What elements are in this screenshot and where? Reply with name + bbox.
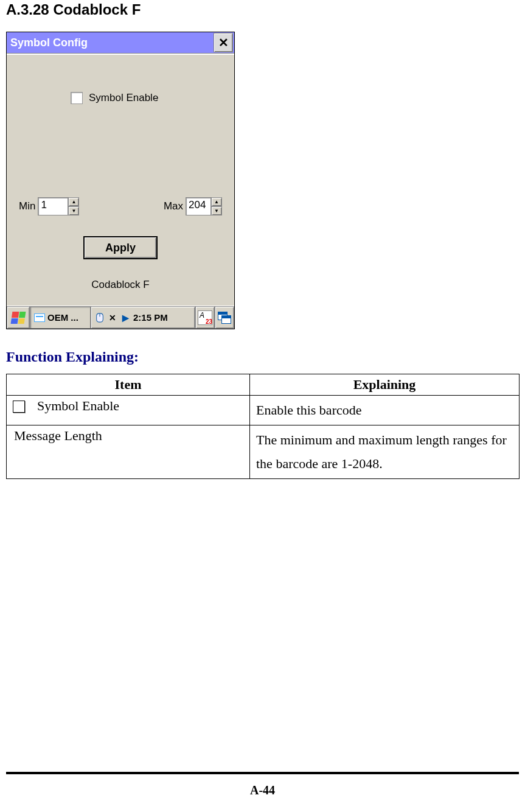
page-number: A-44 <box>0 783 525 797</box>
connection-icon[interactable]: ✕ <box>108 313 117 323</box>
system-tray: ✕ ▶ 2:15 PM <box>91 306 195 329</box>
chevron-down-icon: ▼ <box>214 209 219 214</box>
max-spinner-buttons: ▲ ▼ <box>211 197 222 215</box>
item-text: Message Length <box>13 428 102 443</box>
screenshot-panel: Symbol Config ✕ Symbol Enable Min 1 ▲ ▼ <box>6 32 235 329</box>
input-panel-button[interactable]: A 23 <box>195 306 215 329</box>
max-down-button[interactable]: ▼ <box>211 206 222 215</box>
function-explaining-heading: Function Explaining: <box>6 349 519 365</box>
taskbar-item-label: OEM ... <box>47 312 78 323</box>
cascade-windows-icon <box>218 312 231 324</box>
symbol-enable-checkbox[interactable] <box>71 92 83 104</box>
symbol-enable-row: Symbol Enable <box>71 91 161 105</box>
explain-table: Item Explaining Symbol Enable Enable thi… <box>6 374 520 479</box>
close-icon: ✕ <box>218 35 229 50</box>
minmax-row: Min 1 ▲ ▼ Max 204 ▲ ▼ <box>19 197 222 215</box>
desktop-button[interactable] <box>215 306 234 329</box>
section-heading: A.3.28 Codablock F <box>6 1 519 18</box>
table-row: Symbol Enable Enable this barcode <box>7 396 520 425</box>
apply-button[interactable]: Apply <box>83 236 158 259</box>
app-icon <box>34 313 45 322</box>
min-input[interactable]: 1 <box>38 197 68 215</box>
min-down-button[interactable]: ▼ <box>68 206 79 215</box>
min-up-button[interactable]: ▲ <box>68 197 79 206</box>
keyboard-icon: A 23 <box>198 310 212 325</box>
max-spinner: 204 ▲ ▼ <box>186 197 222 215</box>
taskbar-item-oem[interactable]: OEM ... <box>30 306 91 329</box>
min-label: Min <box>19 200 35 212</box>
close-button[interactable]: ✕ <box>214 33 233 52</box>
min-group: Min 1 ▲ ▼ <box>19 197 79 215</box>
max-up-button[interactable]: ▲ <box>211 197 222 206</box>
window-title: Symbol Config <box>7 37 88 49</box>
max-group: Max 204 ▲ ▼ <box>164 197 222 215</box>
symbology-type-label: Codablock F <box>7 279 234 291</box>
checkbox-icon <box>13 401 25 413</box>
taskbar: OEM ... ✕ ▶ 2:15 PM A 23 <box>7 306 234 329</box>
table-row: Message Length The minimum and maximum l… <box>7 425 520 478</box>
chevron-up-icon: ▲ <box>71 200 76 205</box>
clock: 2:15 PM <box>133 312 168 323</box>
window-body: Symbol Enable Min 1 ▲ ▼ Max 204 ▲ <box>7 54 234 306</box>
item-text: Symbol Enable <box>37 398 119 414</box>
table-header-item: Item <box>7 374 250 396</box>
min-spinner-buttons: ▲ ▼ <box>68 197 79 215</box>
max-label: Max <box>164 200 183 212</box>
start-button[interactable] <box>7 306 30 329</box>
footer-divider <box>6 772 519 774</box>
explaining-text: Enable this barcode <box>250 396 520 425</box>
min-spinner: 1 ▲ ▼ <box>38 197 79 215</box>
table-header-explaining: Explaining <box>250 374 520 396</box>
window-titlebar: Symbol Config ✕ <box>7 32 234 54</box>
explaining-text: The minimum and maximum length ranges fo… <box>250 425 520 478</box>
arrow-right-icon[interactable]: ▶ <box>120 313 130 323</box>
windows-logo-icon <box>11 312 26 324</box>
symbol-enable-label: Symbol Enable <box>86 91 161 105</box>
mouse-icon[interactable] <box>95 313 105 323</box>
chevron-down-icon: ▼ <box>71 209 76 214</box>
chevron-up-icon: ▲ <box>214 200 219 205</box>
max-input[interactable]: 204 <box>186 197 211 215</box>
